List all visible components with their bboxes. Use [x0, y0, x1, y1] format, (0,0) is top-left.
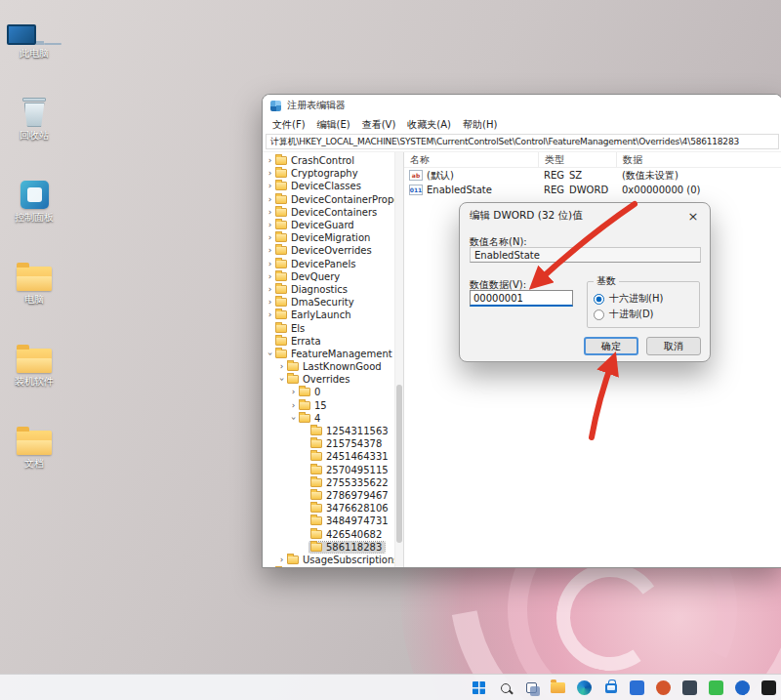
desktop-icon-folder-setup-software[interactable]: 装机软件	[4, 330, 64, 412]
column-header-data[interactable]: 数据	[617, 152, 781, 167]
dialog-titlebar[interactable]: 编辑 DWORD (32 位)值	[460, 203, 710, 228]
tree-item-label: 0	[314, 387, 320, 397]
search-icon[interactable]	[494, 677, 516, 699]
chevron-collapsed-icon[interactable]: ›	[266, 298, 274, 307]
tree-item[interactable]: ›Cryptography	[263, 167, 394, 180]
tree-item[interactable]: ›Overrides	[263, 373, 394, 386]
tree-item[interactable]: ›FileSystem	[263, 566, 394, 567]
tree-item[interactable]: 2451464331	[263, 450, 394, 463]
chevron-expanded-icon[interactable]: ›	[266, 350, 274, 358]
chevron-collapsed-icon[interactable]: ›	[266, 246, 274, 255]
file-explorer-icon[interactable]	[547, 677, 569, 699]
tree-item[interactable]: ›15	[263, 399, 394, 412]
tree-item[interactable]: ›DeviceGuard	[263, 219, 394, 231]
chevron-collapsed-icon[interactable]: ›	[277, 362, 286, 371]
tree-item[interactable]: ›DeviceMigration	[263, 231, 394, 244]
desktop-icon-recycle-bin[interactable]: 回收站	[4, 84, 64, 166]
tree-item[interactable]: Errata	[263, 335, 394, 348]
menu-help[interactable]: 帮助(H)	[457, 117, 503, 133]
chevron-collapsed-icon[interactable]: ›	[289, 388, 298, 396]
tree-item[interactable]: ›DevicePanels	[263, 258, 394, 270]
chevron-collapsed-icon[interactable]: ›	[266, 233, 274, 242]
chevron-collapsed-icon[interactable]: ›	[266, 260, 274, 268]
desktop-icon-folder-computer[interactable]: 电脑	[4, 248, 64, 330]
chevron-collapsed-icon[interactable]: ›	[277, 556, 286, 564]
desktop-icon-control-panel[interactable]: 控制面板	[4, 166, 64, 248]
tree-item[interactable]: ›Diagnostics	[263, 283, 394, 296]
tree-item[interactable]: 2755335622	[263, 476, 394, 489]
start-icon[interactable]	[468, 677, 490, 699]
value-data-input[interactable]	[470, 290, 573, 307]
desktop-icon-this-pc[interactable]: 此电脑	[4, 2, 64, 84]
value-row[interactable]: 011EnabledStateREG_DWORD0x00000000 (0)	[404, 183, 781, 197]
chevron-collapsed-icon[interactable]: ›	[266, 208, 274, 217]
scrollbar-thumb[interactable]	[396, 385, 402, 543]
radio-hexadecimal[interactable]: 十六进制(H)	[594, 292, 693, 306]
tree-item[interactable]: ›DmaSecurity	[263, 296, 394, 309]
radio-selected-icon[interactable]	[594, 294, 604, 305]
value-name-field[interactable]: EnabledState	[470, 247, 701, 263]
column-header-type[interactable]: 类型	[539, 152, 617, 167]
tree-item-label: 3476628106	[326, 503, 389, 514]
tree-item[interactable]: ›DevQuery	[263, 270, 394, 283]
edge-icon-glyph	[577, 680, 592, 695]
tree-item[interactable]: ›UsageSubscriptions	[263, 554, 394, 566]
menu-file[interactable]: 文件(F)	[267, 117, 311, 133]
tree-item[interactable]: ›DeviceOverrides	[263, 244, 394, 257]
chevron-collapsed-icon[interactable]: ›	[266, 195, 274, 204]
value-row[interactable]: ab(默认)REG_SZ(数值未设置)	[404, 168, 781, 183]
tree-item[interactable]: 2570495115	[263, 464, 394, 476]
cancel-button[interactable]: 取消	[646, 337, 701, 355]
tree-item[interactable]: 3476628106	[263, 502, 394, 515]
terminal-icon[interactable]	[758, 677, 780, 699]
chevron-collapsed-icon[interactable]: ›	[266, 221, 274, 229]
tree-item[interactable]: ›4	[263, 412, 394, 425]
tree-item[interactable]: 3484974731	[263, 515, 394, 527]
tree-item[interactable]: ›CrashControl	[263, 154, 394, 167]
photos-icon[interactable]	[652, 677, 675, 699]
chevron-expanded-icon[interactable]: ›	[289, 414, 298, 423]
tree-item[interactable]: ›DeviceContainers	[263, 206, 394, 219]
tree-item[interactable]: 1254311563	[263, 425, 394, 437]
chevron-collapsed-icon[interactable]: ›	[289, 401, 298, 410]
tree-item[interactable]: ›0	[263, 386, 394, 398]
store-icon[interactable]	[599, 677, 622, 699]
app-icon-dark[interactable]	[678, 677, 701, 699]
menu-view[interactable]: 查看(V)	[356, 117, 402, 133]
regedit-titlebar[interactable]: 注册表编辑器	[263, 95, 781, 116]
app-icon-blue[interactable]	[731, 677, 754, 699]
ok-button[interactable]: 确定	[584, 337, 638, 355]
menu-edit[interactable]: 编辑(E)	[311, 117, 356, 133]
menu-favorites[interactable]: 收藏夹(A)	[401, 117, 457, 133]
tree-item-label: 2451464331	[326, 451, 389, 462]
radio-decimal[interactable]: 十进制(D)	[594, 308, 693, 321]
tree-item[interactable]: ›DeviceClasses	[263, 180, 394, 192]
chevron-collapsed-icon[interactable]: ›	[266, 310, 274, 319]
chevron-collapsed-icon[interactable]: ›	[266, 272, 274, 281]
tree-item-label-wrap: DeviceOverrides	[274, 245, 375, 256]
chevron-collapsed-icon[interactable]: ›	[266, 285, 274, 294]
column-header-name[interactable]: 名称	[404, 152, 539, 167]
close-icon[interactable]: ×	[685, 208, 701, 224]
tree-item[interactable]: 586118283	[263, 541, 394, 554]
tree-item[interactable]: 215754378	[263, 437, 394, 450]
address-bar[interactable]: 计算机\HKEY_LOCAL_MACHINE\SYSTEM\CurrentCon…	[266, 134, 779, 149]
desktop-icon-folder-documents[interactable]: 文档	[4, 412, 64, 494]
wechat-icon[interactable]	[705, 677, 727, 699]
chevron-expanded-icon[interactable]: ›	[277, 375, 286, 384]
tree-item[interactable]: ›FeatureManagement	[263, 348, 394, 360]
radio-unselected-icon[interactable]	[594, 309, 604, 320]
tree-scrollbar[interactable]	[394, 152, 403, 567]
chevron-collapsed-icon[interactable]: ›	[266, 156, 274, 165]
tree-item[interactable]: ›DeviceContainerPropertyUpda	[263, 193, 394, 206]
task-view-icon[interactable]	[520, 677, 543, 699]
mail-icon[interactable]	[626, 677, 648, 699]
chevron-collapsed-icon[interactable]: ›	[266, 182, 274, 190]
edge-icon[interactable]	[573, 677, 596, 699]
tree-item[interactable]: Els	[263, 321, 394, 334]
tree-item[interactable]: 2786979467	[263, 489, 394, 502]
tree-item[interactable]: ›EarlyLaunch	[263, 309, 394, 321]
chevron-collapsed-icon[interactable]: ›	[266, 169, 274, 178]
tree-item[interactable]: ›LastKnownGood	[263, 360, 394, 373]
tree-item[interactable]: 426540682	[263, 527, 394, 540]
